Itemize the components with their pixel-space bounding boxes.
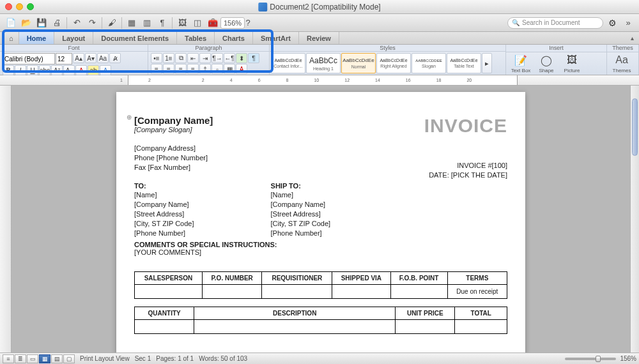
gallery-button[interactable]: 🖼 <box>175 16 189 30</box>
focus-view-button[interactable]: ▢ <box>63 354 75 363</box>
subscript-button[interactable]: A₂ <box>63 65 75 75</box>
vertical-scrollbar[interactable] <box>630 86 639 353</box>
style-normal[interactable]: AaBbCcDdEeNormal <box>341 53 376 73</box>
justify-button[interactable]: ≡ <box>187 64 199 74</box>
words-info[interactable]: Words: 50 of 103 <box>199 355 247 362</box>
style-contact-info[interactable]: AaBbCcDdEeContact Infor... <box>271 53 305 73</box>
open-button[interactable]: 📂 <box>19 16 33 30</box>
grow-font-button[interactable]: A▴ <box>73 53 84 63</box>
align-left-button[interactable]: ≡ <box>151 64 162 74</box>
text-effect-button[interactable]: A <box>100 65 111 75</box>
tab-charts[interactable]: Charts <box>215 32 253 44</box>
table-row[interactable]: Due on receipt <box>135 284 507 298</box>
style-slogan[interactable]: AABBCCDDEESlogan <box>412 53 446 73</box>
outline-view-button[interactable]: ≣ <box>15 354 26 363</box>
themes-button[interactable]: AaThemes <box>610 54 634 73</box>
styles-pane-button[interactable]: ▸ <box>482 53 492 73</box>
style-table-text[interactable]: AaBbCcDdEeTable Text <box>447 53 481 73</box>
zoom-slider[interactable] <box>565 358 616 360</box>
show-marks-button[interactable]: ¶ <box>248 53 259 63</box>
search-input[interactable]: 🔍 Search in Document <box>507 17 603 29</box>
notebook-view-button[interactable]: ▤ <box>51 354 63 363</box>
shrink-font-button[interactable]: A▾ <box>85 53 96 63</box>
close-window-button[interactable] <box>5 3 12 10</box>
sidebar-button[interactable]: ◫ <box>190 16 204 30</box>
settings-gear-icon[interactable]: ⚙ <box>606 17 619 29</box>
scroll-thumb[interactable] <box>632 98 638 156</box>
format-painter-button[interactable]: 🖌 <box>105 16 119 30</box>
superscript-button[interactable]: A² <box>51 65 63 75</box>
status-zoom[interactable]: 156% <box>620 355 636 362</box>
shading-button[interactable]: ▫ <box>212 64 223 74</box>
print-layout-view-button[interactable]: ▦ <box>39 354 50 363</box>
strike-button[interactable]: abc <box>39 65 50 75</box>
table-button[interactable]: ▦ <box>125 16 139 30</box>
line-spacing-button[interactable]: ‡ <box>199 64 211 74</box>
help-button[interactable]: ? <box>241 16 255 30</box>
bullets-button[interactable]: •≡ <box>151 53 162 63</box>
font-size-select[interactable] <box>56 53 72 64</box>
underline-button[interactable]: U <box>27 65 38 75</box>
section-info: Sec 1 <box>135 355 151 362</box>
publishing-view-button[interactable]: ▭ <box>27 354 38 363</box>
align-right-button[interactable]: ≡ <box>175 64 187 74</box>
new-doc-button[interactable]: 📄 <box>4 16 18 30</box>
change-case-button[interactable]: Aa <box>97 53 109 63</box>
document-scroll[interactable]: ⊕ INVOICE [Company Name] [Company Slogan… <box>12 86 630 353</box>
ship-to-block[interactable]: SHIP TO: [Name] [Company Name] [Street A… <box>271 181 331 238</box>
style-heading1[interactable]: AaBbCcHeading 1 <box>306 53 341 73</box>
highlight-button[interactable]: ab <box>88 65 99 75</box>
font-color-button[interactable]: A <box>75 65 87 75</box>
to-block[interactable]: TO: [Name] [Company Name] [Street Addres… <box>134 181 194 238</box>
tab-review[interactable]: Review <box>299 32 339 44</box>
tab-layout[interactable]: Layout <box>54 32 93 44</box>
comments-value[interactable]: [YOUR COMMENTS] <box>134 248 507 256</box>
toolbox-button[interactable]: 🧰 <box>206 16 220 30</box>
para-color-button[interactable]: A <box>236 64 247 74</box>
numbering-button[interactable]: 1≡ <box>163 53 174 63</box>
inc-indent-button[interactable]: ⇥ <box>199 53 211 63</box>
bold-button[interactable]: B <box>3 65 14 75</box>
search-icon: 🔍 <box>512 19 520 26</box>
pages-info[interactable]: Pages: 1 of 1 <box>156 355 194 362</box>
ruler-horizontal[interactable]: 1 2 2 4 6 8 10 12 14 16 18 20 <box>0 75 639 86</box>
invoice-meta[interactable]: INVOICE #[100] DATE: [PICK THE DATE] <box>429 161 507 180</box>
table-row[interactable] <box>135 319 507 333</box>
insert-textbox-button[interactable]: 📝Text Box <box>509 54 533 73</box>
tab-tables[interactable]: Tables <box>177 32 215 44</box>
undo-button[interactable]: ↶ <box>70 16 84 30</box>
multilevel-button[interactable]: ⧉ <box>175 53 187 63</box>
zoom-knob[interactable] <box>596 356 601 362</box>
toggle-marks-button[interactable]: ¶ <box>155 16 169 30</box>
zoom-dropdown[interactable]: 156% <box>226 16 240 30</box>
insert-picture-button[interactable]: 🖼Picture <box>560 54 584 73</box>
page[interactable]: ⊕ INVOICE [Company Name] [Company Slogan… <box>116 92 525 353</box>
minimize-window-button[interactable] <box>16 3 23 10</box>
tab-home[interactable]: Home <box>19 32 55 44</box>
tab-document-elements[interactable]: Document Elements <box>93 32 177 44</box>
sort-button[interactable]: ⬍ <box>236 53 247 63</box>
save-button[interactable]: 💾 <box>35 16 49 30</box>
clear-format-button[interactable]: A̷ <box>109 53 121 63</box>
borders-button[interactable]: ▦ <box>224 64 235 74</box>
insert-shape-button[interactable]: ◯Shape <box>534 54 558 73</box>
redo-button[interactable]: ↷ <box>85 16 99 30</box>
rtl-button[interactable]: ←¶ <box>224 53 235 63</box>
print-button[interactable]: 🖨 <box>50 16 64 30</box>
style-right-aligned[interactable]: AaBbCcDdEeRight Aligned <box>376 53 411 73</box>
draft-view-button[interactable]: ≡ <box>3 354 14 363</box>
ltr-button[interactable]: ¶→ <box>212 53 223 63</box>
font-name-select[interactable] <box>3 53 55 64</box>
invoice-header-table[interactable]: SALESPERSON P.O. NUMBER REQUISITIONER SH… <box>134 271 507 299</box>
zoom-window-button[interactable] <box>27 3 34 10</box>
expand-button[interactable]: » <box>621 16 635 30</box>
home-icon-tab[interactable]: ⌂ <box>4 32 19 44</box>
italic-button[interactable]: I <box>15 65 26 75</box>
tab-smartart[interactable]: SmartArt <box>253 32 299 44</box>
dec-indent-button[interactable]: ⇤ <box>187 53 199 63</box>
invoice-items-table[interactable]: QUANTITY DESCRIPTION UNIT PRICE TOTAL <box>134 307 507 334</box>
ruler-vertical[interactable] <box>0 86 12 353</box>
collapse-ribbon-button[interactable]: ▴ <box>626 32 639 44</box>
columns-button[interactable]: ▥ <box>140 16 154 30</box>
align-center-button[interactable]: ≡ <box>163 64 174 74</box>
